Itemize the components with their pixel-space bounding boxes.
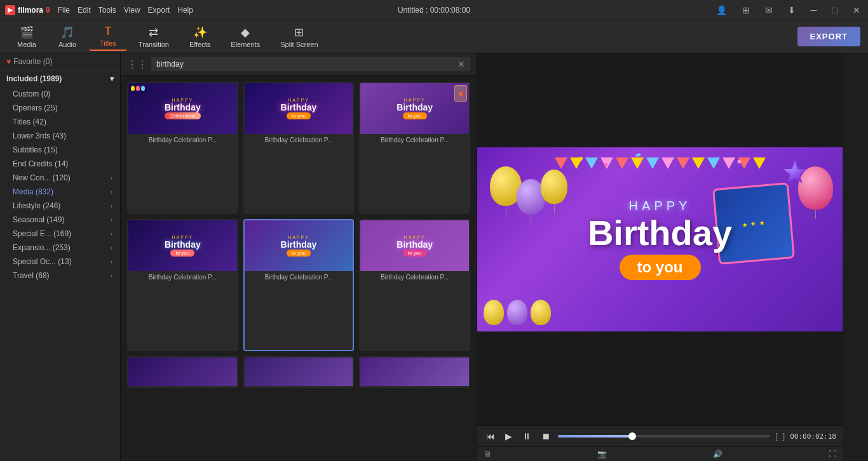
media-icon: 🎬 <box>20 25 34 39</box>
effects-label: Effects <box>189 41 210 48</box>
player-controls: ⏮ ▶ ⏸ ⏹ [ ] 00:00:02:18 <box>477 425 843 446</box>
titlebar-left: ▶ filmora 9 File Edit Tools View Export … <box>5 5 193 15</box>
category-name: Custom (0) <box>13 90 50 98</box>
toolbar-elements[interactable]: ◆ Elements <box>222 23 269 51</box>
user-icon[interactable]: 👤 <box>714 5 729 15</box>
pause-button[interactable]: ⏸ <box>520 430 534 443</box>
collapse-icon: ▾ <box>110 74 114 83</box>
player-controls-secondary: 🖥 📷 🔊 ⛶ <box>477 446 843 461</box>
preview-canvas: ★ ★ ★ HAPPY Birthday to you <box>477 147 843 331</box>
menu-edit[interactable]: Edit <box>78 6 91 15</box>
category-name: Expansio... (253) <box>13 243 71 252</box>
category-name: Media (832) <box>13 187 53 196</box>
grid-dots-icon[interactable]: ⋮⋮ <box>127 58 147 70</box>
volume-icon[interactable]: 🔊 <box>713 450 722 458</box>
category-item-lower3rds[interactable]: Lower 3rds (43) <box>0 129 120 143</box>
app-logo: ▶ filmora 9 <box>5 5 50 15</box>
toolbar-media[interactable]: 🎬 Media <box>8 23 46 51</box>
thumbnail-8[interactable] <box>243 356 355 388</box>
heart-icon: ♥ <box>6 57 11 66</box>
thumbnail-7[interactable] <box>127 356 238 388</box>
category-item-subtitles[interactable]: Subtitles (15) <box>0 143 120 157</box>
category-item-endcredits[interactable]: End Credits (14) <box>0 157 120 171</box>
play-button[interactable]: ▶ <box>503 430 515 443</box>
titlebar: ▶ filmora 9 File Edit Tools View Export … <box>0 0 868 20</box>
category-item-openers[interactable]: Openers (25) <box>0 101 120 115</box>
category-name: Subtitles (15) <box>13 145 58 154</box>
thumb-image-8 <box>245 357 353 386</box>
thumbnail-1[interactable]: HAPPY Birthday Celebration Birthday Cele… <box>127 82 238 214</box>
menu-help[interactable]: Help <box>177 6 193 15</box>
progress-thumb[interactable] <box>628 432 636 440</box>
thumb-image-4: HAPPY Birthday to you <box>128 220 237 271</box>
maximize-btn[interactable]: □ <box>830 5 840 15</box>
category-item-speciale[interactable]: Special E... (169) › <box>0 227 120 241</box>
chevron-right-icon: › <box>111 258 112 265</box>
category-item-expansio[interactable]: Expansio... (253) › <box>0 241 120 255</box>
mark-out-icon[interactable]: ] <box>783 432 785 441</box>
fullscreen-icon[interactable]: ⛶ <box>829 450 836 458</box>
preview-toyou-wrap: to you <box>620 255 701 280</box>
layout-icon[interactable]: ⊞ <box>740 5 752 15</box>
center-panel: ⋮⋮ ✕ HAPPY Birthday Celebration <box>121 53 477 461</box>
preview-area: ★ ★ ★ HAPPY Birthday to you <box>477 53 843 425</box>
menu-file[interactable]: File <box>58 6 70 15</box>
minimize-btn[interactable]: ─ <box>808 5 820 15</box>
category-item-travel[interactable]: Travel (68) › <box>0 269 120 283</box>
menu-export[interactable]: Export <box>148 6 170 15</box>
download-icon[interactable]: ⬇ <box>785 5 798 15</box>
stop-button[interactable]: ⏹ <box>539 430 553 443</box>
search-input[interactable] <box>156 60 455 69</box>
time-display: 00:00:02:18 <box>790 432 836 441</box>
close-btn[interactable]: ✕ <box>850 5 863 15</box>
toolbar: 🎬 Media 🎵 Audio T Titles ⇄ Transition ✨ … <box>0 20 868 53</box>
category-item-newcon[interactable]: New Con... (120) › <box>0 171 120 185</box>
audio-icon: 🎵 <box>60 25 74 39</box>
clear-search-icon[interactable]: ✕ <box>458 59 465 69</box>
menu-view[interactable]: View <box>124 6 140 15</box>
mail-icon[interactable]: ✉ <box>763 5 775 15</box>
preview-happy-text: HAPPY <box>588 199 732 213</box>
toolbar-audio[interactable]: 🎵 Audio <box>48 23 86 51</box>
thumbnail-5[interactable]: HAPPY Birthday to you Birthday Celebrati… <box>243 219 355 351</box>
transition-icon: ⇄ <box>149 25 158 39</box>
favorites-bar[interactable]: ♥ Favorite (0) <box>0 53 120 70</box>
toolbar-splitscreen[interactable]: ⊞ Split Screen <box>271 23 327 51</box>
category-name: Openers (25) <box>13 104 58 112</box>
progress-bar[interactable] <box>558 435 770 438</box>
thumb-image-7 <box>128 357 237 386</box>
titles-icon: T <box>105 25 112 38</box>
thumbnail-6[interactable]: HAPPY Birthday to you Birthday Celebrati… <box>359 219 470 351</box>
monitor-icon[interactable]: 🖥 <box>484 450 491 458</box>
chevron-right-icon: › <box>111 203 112 210</box>
export-button[interactable]: EXPORT <box>797 27 860 46</box>
toolbar-titles[interactable]: T Titles <box>89 22 127 51</box>
thumb-label-1: Birthday Celebration P... <box>128 134 237 146</box>
category-item-custom[interactable]: Custom (0) <box>0 87 120 101</box>
effects-icon: ✨ <box>193 25 207 39</box>
preview-text-content: HAPPY Birthday to you <box>588 199 732 281</box>
category-header[interactable]: Included (1989) ▾ <box>0 70 120 87</box>
category-item-media[interactable]: Media (832) › <box>0 185 120 199</box>
category-item-titles[interactable]: Titles (42) <box>0 115 120 129</box>
thumbnail-9[interactable] <box>359 356 470 388</box>
thumbnail-3[interactable]: 🎁 HAPPY Birthday to you Birthday Celebra… <box>359 82 470 214</box>
category-item-seasonal[interactable]: Seasonal (149) › <box>0 213 120 227</box>
category-item-specialoc[interactable]: Special Oc... (13) › <box>0 255 120 269</box>
category-item-lifestyle[interactable]: Lifestyle (246) › <box>0 199 120 213</box>
balloon-group-bottom <box>484 300 551 325</box>
thumbnail-4[interactable]: HAPPY Birthday to you Birthday Celebrati… <box>127 219 238 351</box>
skip-back-button[interactable]: ⏮ <box>484 430 498 443</box>
right-panel: ★ ★ ★ HAPPY Birthday to you <box>477 53 843 461</box>
toolbar-transition[interactable]: ⇄ Transition <box>130 23 178 51</box>
category-name: End Credits (14) <box>13 159 68 168</box>
thumb-label-3: Birthday Celebration P... <box>360 134 469 146</box>
camera-icon[interactable]: 📷 <box>597 450 607 458</box>
menu-tools[interactable]: Tools <box>98 6 116 15</box>
balloon-group-3 <box>541 170 567 213</box>
thumbnail-2[interactable]: HAPPY Birthday to you Birthday Celebrati… <box>243 82 355 214</box>
chevron-right-icon: › <box>111 230 112 237</box>
toolbar-effects[interactable]: ✨ Effects <box>180 23 219 51</box>
splitscreen-icon: ⊞ <box>294 25 304 39</box>
mark-in-icon[interactable]: [ <box>775 432 777 441</box>
